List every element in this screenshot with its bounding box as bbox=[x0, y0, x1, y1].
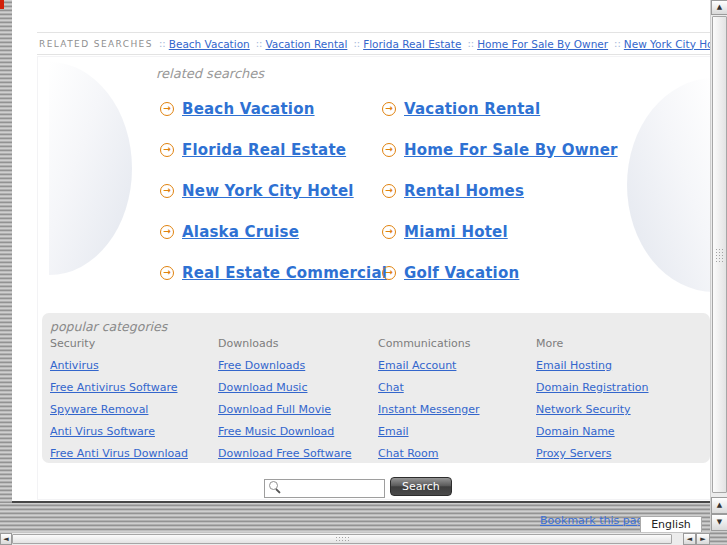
separator: :: bbox=[159, 38, 166, 49]
category-link[interactable]: Domain Name bbox=[536, 425, 615, 438]
search-button[interactable]: Search bbox=[390, 477, 452, 496]
related-item-link[interactable]: Florida Real Estate bbox=[182, 141, 346, 159]
popular-categories-panel: popular categories Security Antivirus Fr… bbox=[42, 313, 710, 463]
related-item: → Beach Vacation bbox=[160, 88, 382, 129]
category-column-security: Security Antivirus Free Antivirus Softwa… bbox=[50, 337, 218, 469]
circle-arrow-icon: → bbox=[160, 184, 174, 198]
horizontal-scrollbar[interactable]: ◄ ◄ ► bbox=[0, 532, 710, 545]
category-link[interactable]: Proxy Servers bbox=[536, 447, 611, 460]
related-item-link[interactable]: Miami Hotel bbox=[404, 223, 508, 241]
related-bar-link[interactable]: Vacation Rental bbox=[266, 38, 348, 50]
category-column-more: More Email Hosting Domain Registration N… bbox=[536, 337, 702, 469]
category-link[interactable]: Free Downloads bbox=[218, 359, 305, 372]
category-link[interactable]: Network Security bbox=[536, 403, 631, 416]
category-link[interactable]: Chat bbox=[378, 381, 404, 394]
category-link[interactable]: Download Full Movie bbox=[218, 403, 331, 416]
related-bar-link[interactable]: Home For Sale By Owner bbox=[477, 38, 608, 50]
scroll-down-button[interactable]: ▼ bbox=[711, 514, 727, 531]
separator: :: bbox=[614, 38, 621, 49]
separator: :: bbox=[353, 38, 360, 49]
related-searches-bar-label: RELATED SEARCHES bbox=[37, 39, 159, 49]
related-searches-bar-nav: :: Beach Vacation :: Vacation Rental :: … bbox=[159, 38, 715, 50]
browser-viewport: RELATED SEARCHES :: Beach Vacation :: Va… bbox=[0, 0, 727, 545]
nav-item: :: Florida Real Estate bbox=[353, 38, 461, 50]
category-header: More bbox=[536, 337, 702, 350]
related-item-link[interactable]: Beach Vacation bbox=[182, 100, 315, 118]
nav-item: :: Beach Vacation bbox=[159, 38, 250, 50]
vertical-scrollbar[interactable]: ▲ ▲ ▼ bbox=[710, 0, 727, 531]
category-link[interactable]: Domain Registration bbox=[536, 381, 649, 394]
related-bar-link[interactable]: Florida Real Estate bbox=[363, 38, 461, 50]
related-item: → Vacation Rental bbox=[382, 88, 618, 129]
scroll-left-button-secondary[interactable]: ◄ bbox=[683, 533, 696, 545]
category-link[interactable]: Antivirus bbox=[50, 359, 99, 372]
circle-arrow-icon: → bbox=[160, 266, 174, 280]
category-link[interactable]: Anti Virus Software bbox=[50, 425, 155, 438]
circle-arrow-icon: → bbox=[382, 184, 396, 198]
related-item: → Alaska Cruise bbox=[160, 211, 382, 252]
circle-arrow-icon: → bbox=[160, 102, 174, 116]
related-item: → New York City Hotel bbox=[160, 170, 382, 211]
scrollbar-grip bbox=[335, 536, 349, 543]
related-item-link[interactable]: Golf Vacation bbox=[404, 264, 519, 282]
related-item-link[interactable]: Home For Sale By Owner bbox=[404, 141, 618, 159]
search-input[interactable] bbox=[264, 479, 385, 498]
separator: :: bbox=[256, 38, 263, 49]
red-accent-mark bbox=[0, 0, 4, 9]
magnifier-icon bbox=[269, 481, 278, 490]
nav-item: :: New York City Hotel bbox=[614, 38, 715, 50]
scroll-right-button[interactable]: ► bbox=[696, 533, 710, 545]
category-link[interactable]: Email Account bbox=[378, 359, 456, 372]
circle-arrow-icon: → bbox=[160, 225, 174, 239]
related-item: → Golf Vacation bbox=[382, 252, 618, 293]
related-bar-link[interactable]: New York City Hotel bbox=[624, 38, 715, 50]
circle-arrow-icon: → bbox=[382, 266, 396, 280]
related-item-link[interactable]: Real Estate Commercial bbox=[182, 264, 387, 282]
category-link[interactable]: Free Anti Virus Download bbox=[50, 447, 188, 460]
horizontal-scrollbar-thumb[interactable] bbox=[12, 534, 672, 544]
scroll-up-button[interactable]: ▲ bbox=[711, 0, 727, 15]
related-item-link[interactable]: New York City Hotel bbox=[182, 182, 354, 200]
scrollbar-grip bbox=[715, 248, 725, 262]
related-item: → Rental Homes bbox=[382, 170, 618, 211]
category-link[interactable]: Chat Room bbox=[378, 447, 439, 460]
category-link[interactable]: Email Hosting bbox=[536, 359, 612, 372]
circle-arrow-icon: → bbox=[160, 143, 174, 157]
category-link[interactable]: Free Music Download bbox=[218, 425, 334, 438]
circle-arrow-icon: → bbox=[382, 102, 396, 116]
circle-arrow-icon: → bbox=[382, 143, 396, 157]
related-searches-heading: related searches bbox=[156, 66, 264, 81]
category-link[interactable]: Download Music bbox=[218, 381, 307, 394]
search-input-wrap bbox=[264, 477, 385, 498]
related-item-link[interactable]: Rental Homes bbox=[404, 182, 524, 200]
category-link[interactable]: Download Free Software bbox=[218, 447, 352, 460]
category-header: Downloads bbox=[218, 337, 378, 350]
category-column-communications: Communications Email Account Chat Instan… bbox=[378, 337, 536, 469]
category-link[interactable]: Spyware Removal bbox=[50, 403, 148, 416]
nav-item: :: Vacation Rental bbox=[256, 38, 348, 50]
category-link[interactable]: Email bbox=[378, 425, 409, 438]
related-item-link[interactable]: Vacation Rental bbox=[404, 100, 540, 118]
related-item: → Florida Real Estate bbox=[160, 129, 382, 170]
scrollbar-corner bbox=[710, 531, 727, 545]
related-item: → Real Estate Commercial bbox=[160, 252, 382, 293]
vertical-scrollbar-thumb[interactable] bbox=[712, 16, 727, 493]
category-link[interactable]: Free Antivirus Software bbox=[50, 381, 177, 394]
category-link[interactable]: Instant Messenger bbox=[378, 403, 480, 416]
related-links-grid: → Beach Vacation → Vacation Rental → Flo… bbox=[160, 88, 618, 293]
nav-item: :: Home For Sale By Owner bbox=[467, 38, 608, 50]
background-texture-left bbox=[0, 0, 12, 533]
category-header: Security bbox=[50, 337, 218, 350]
circle-arrow-icon: → bbox=[382, 225, 396, 239]
search-area: Search bbox=[264, 477, 452, 498]
scroll-up-button-secondary[interactable]: ▲ bbox=[711, 497, 727, 514]
category-column-downloads: Downloads Free Downloads Download Music … bbox=[218, 337, 378, 469]
related-item-link[interactable]: Alaska Cruise bbox=[182, 223, 299, 241]
separator: :: bbox=[467, 38, 474, 49]
popular-categories-heading: popular categories bbox=[50, 319, 702, 334]
related-bar-link[interactable]: Beach Vacation bbox=[169, 38, 250, 50]
parked-page-frame: RELATED SEARCHES :: Beach Vacation :: Va… bbox=[12, 0, 710, 503]
related-searches-bar: RELATED SEARCHES :: Beach Vacation :: Va… bbox=[37, 32, 715, 55]
scroll-left-button[interactable]: ◄ bbox=[0, 533, 12, 545]
language-selector[interactable]: English bbox=[640, 516, 702, 533]
